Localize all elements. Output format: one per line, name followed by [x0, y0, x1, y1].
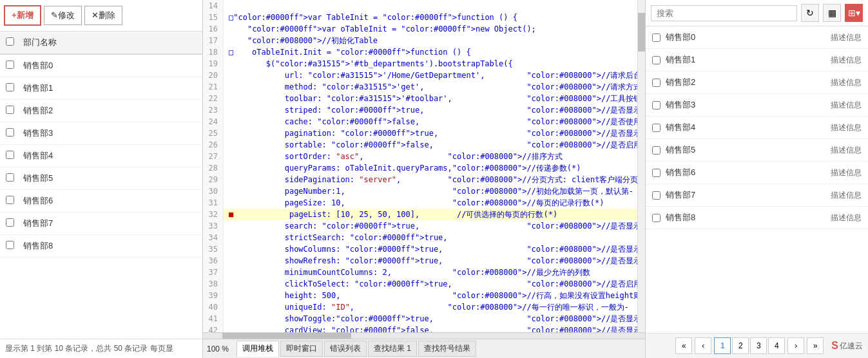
right-list-item[interactable]: 销售部4 描述信息 [646, 117, 868, 139]
page-prev[interactable]: ‹ [695, 337, 711, 354]
page-first[interactable]: « [675, 337, 692, 354]
line-number: 19 [203, 58, 224, 70]
search-input[interactable] [651, 5, 797, 21]
right-item-name: 销售部8 [666, 212, 831, 223]
code-footer: 100 % 调用堆栈即时窗口错误列表查找结果 1查找符号结果 [203, 339, 645, 358]
table-row[interactable]: 销售部5 [0, 167, 202, 190]
vertical-scrollbar[interactable] [637, 0, 645, 332]
scroll-thumb[interactable] [638, 13, 645, 52]
row-checkbox[interactable] [6, 106, 14, 114]
right-item-name: 销售部1 [666, 54, 831, 66]
row-checkbox[interactable] [6, 196, 14, 204]
row-checkbox[interactable] [6, 61, 14, 69]
row-checkbox[interactable] [6, 218, 14, 227]
right-list-item[interactable]: 销售部0 描述信息 [646, 26, 868, 49]
code-tab-4[interactable]: 查找符号结果 [418, 341, 476, 357]
right-item-desc: 描述信息 [831, 190, 862, 201]
code-tab-1[interactable]: 即时窗口 [280, 341, 323, 357]
line-content: cache: "color:#0000ff">false, "color:#00… [224, 116, 637, 127]
page-num-4[interactable]: 4 [768, 337, 785, 354]
line-content: method: "color:#a31515">'get', "color:#0… [224, 81, 637, 93]
code-tab-2[interactable]: 错误列表 [324, 341, 367, 357]
dept-name: 销售部5 [19, 167, 202, 190]
add-button[interactable]: +新增 [4, 5, 41, 26]
page-num-1[interactable]: 1 [714, 337, 731, 354]
row-checkbox[interactable] [6, 128, 14, 137]
line-number: 27 [203, 151, 224, 162]
table-row[interactable]: 销售部2 [0, 100, 202, 122]
row-checkbox[interactable] [6, 173, 14, 182]
right-item-checkbox[interactable] [652, 214, 661, 222]
table-row[interactable]: 销售部7 [0, 212, 202, 235]
line-content: minimumCountColumns: 2, "color:#008000">… [224, 267, 637, 278]
line-number: 30 [203, 185, 224, 197]
page-last[interactable]: » [807, 337, 824, 354]
right-list-item[interactable]: 销售部7 描述信息 [646, 184, 868, 207]
table-row[interactable]: 销售部0 [0, 54, 202, 77]
line-content: "color:#008000">//初始化Table [224, 35, 637, 46]
right-item-checkbox[interactable] [652, 124, 661, 132]
line-content: sortOrder: "asc", "color:#008000">//排序方式 [224, 151, 637, 162]
right-item-desc: 描述信息 [831, 32, 862, 43]
dept-name: 销售部0 [19, 54, 202, 77]
right-list-item[interactable]: 销售部3 描述信息 [646, 94, 868, 117]
line-content: toolbar: "color:#a31515">'#toolbar', "co… [224, 93, 637, 104]
table-row[interactable]: 销售部3 [0, 122, 202, 145]
right-item-desc: 描述信息 [831, 145, 862, 156]
code-line: 18□ oTableInit.Init = "color:#0000ff">fu… [203, 46, 637, 58]
right-list-item[interactable]: 销售部1 描述信息 [646, 49, 868, 71]
table-row[interactable]: 销售部8 [0, 235, 202, 258]
row-checkbox[interactable] [6, 151, 14, 159]
line-content: showColumns: "color:#0000ff">true, "colo… [224, 243, 637, 255]
table-row[interactable]: 销售部4 [0, 145, 202, 167]
line-content: height: 500, "color:#008000">//行高，如果没有设置… [224, 290, 637, 301]
table-row[interactable]: 销售部6 [0, 190, 202, 212]
dept-name: 销售部1 [19, 77, 202, 100]
right-list-item[interactable]: 销售部2 描述信息 [646, 71, 868, 94]
code-tab-3[interactable]: 查找结果 1 [368, 341, 417, 357]
grid-button[interactable]: ⊞▾ [845, 4, 863, 22]
page-num-3[interactable]: 3 [750, 337, 767, 354]
line-content: url: "color:#a31515">'/Home/GetDepartmen… [224, 70, 637, 81]
right-item-desc: 描述信息 [831, 212, 862, 223]
right-list-item[interactable]: 销售部8 描述信息 [646, 207, 868, 229]
dept-name: 销售部3 [19, 122, 202, 145]
code-tabs: 调用堆栈即时窗口错误列表查找结果 1查找符号结果 [236, 341, 476, 357]
code-line: 15□"color:#0000ff">var TableInit = "colo… [203, 12, 637, 23]
line-content: pageSize: 10, "color:#008000">//每页的记录行数(… [224, 197, 637, 209]
brand-icon: S [831, 340, 838, 352]
code-line: 16 "color:#0000ff">var oTableInit = "col… [203, 23, 637, 35]
columns-button[interactable]: ▦ [823, 4, 841, 22]
row-checkbox[interactable] [6, 241, 14, 249]
department-table-container: 部门名称 销售部0 销售部1 销售部2 销售部3 销售部4 销售部5 销售部6 … [0, 32, 202, 339]
code-line: 21 method: "color:#a31515">'get', "color… [203, 81, 637, 93]
line-number: 41 [203, 313, 224, 325]
code-line: 24 cache: "color:#0000ff">false, "color:… [203, 116, 637, 127]
line-number: 37 [203, 267, 224, 278]
code-line: 40 uniqueId: "ID", "color:#008000">//每一行… [203, 301, 637, 313]
right-item-checkbox[interactable] [652, 56, 661, 64]
right-item-name: 销售部2 [666, 77, 831, 88]
code-tab-0[interactable]: 调用堆栈 [236, 341, 279, 357]
table-row[interactable]: 销售部1 [0, 77, 202, 100]
right-list-item[interactable]: 销售部6 描述信息 [646, 162, 868, 184]
right-item-checkbox[interactable] [652, 79, 661, 87]
right-item-checkbox[interactable] [652, 101, 661, 109]
line-content: □"color:#0000ff">var TableInit = "color:… [224, 12, 637, 23]
right-item-checkbox[interactable] [652, 146, 661, 155]
delete-button[interactable]: ✕删除 [84, 6, 122, 25]
right-item-name: 销售部4 [666, 122, 831, 133]
page-next[interactable]: › [787, 337, 804, 354]
edit-button[interactable]: ✎修改 [44, 6, 82, 25]
right-panel: ↻ ▦ ⊞▾ 销售部0 描述信息 销售部1 描述信息 销售部2 描述信息 销售部… [646, 0, 868, 358]
row-checkbox[interactable] [6, 83, 14, 91]
right-item-checkbox[interactable] [652, 169, 661, 177]
right-item-checkbox[interactable] [652, 191, 661, 200]
page-numbers: 1234 [714, 337, 785, 354]
right-item-checkbox[interactable] [652, 33, 661, 42]
right-list-item[interactable]: 销售部5 描述信息 [646, 139, 868, 162]
select-all-checkbox[interactable] [6, 37, 14, 46]
page-num-2[interactable]: 2 [732, 337, 749, 354]
refresh-button[interactable]: ↻ [801, 4, 819, 22]
code-area[interactable]: 1415□"color:#0000ff">var TableInit = "co… [203, 0, 637, 332]
